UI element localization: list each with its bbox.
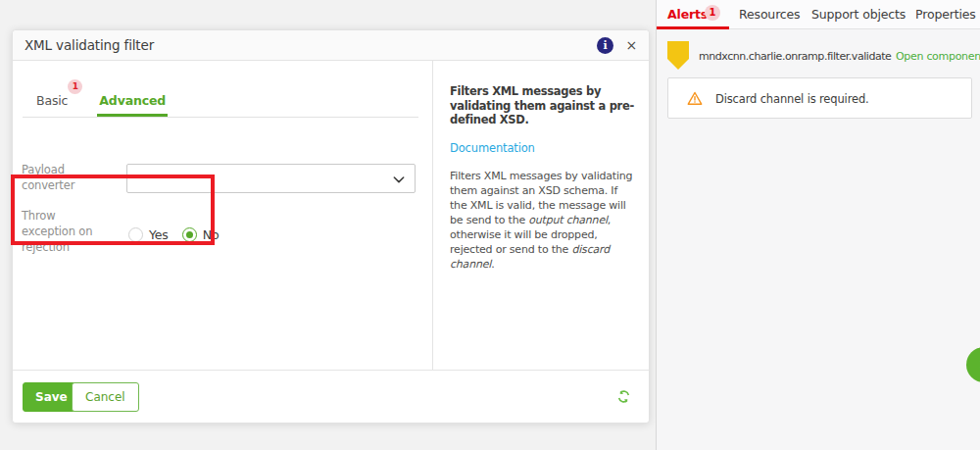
radio-no-circle[interactable] — [182, 227, 197, 242]
right-panel-tabs: Alerts 1 Resources Support objects Prope… — [657, 0, 980, 29]
tab-alerts[interactable]: Alerts — [667, 7, 708, 22]
description-body: Filters XML messages by validating them … — [450, 169, 637, 272]
component-name: mndxcnn.charlie.onramp.filter.validate — [699, 50, 891, 63]
description-italic-1: output channel — [528, 214, 608, 226]
close-icon[interactable]: × — [625, 36, 637, 54]
dialog-footer: Save Cancel — [13, 370, 649, 423]
right-panel: Alerts 1 Resources Support objects Prope… — [656, 0, 980, 450]
description-pane: Filters XML messages by validating them … — [434, 61, 649, 370]
dialog-header: XML validating filter i × — [13, 30, 649, 61]
tab-resources[interactable]: Resources — [739, 7, 801, 22]
dialog-body: Basic 1 Advanced Payload converter Throw… — [13, 61, 649, 370]
payload-converter-label: Payload converter — [22, 162, 98, 193]
alert-message: Discard channel is required. — [715, 92, 869, 106]
tab-basic-label: Basic — [36, 93, 68, 108]
refresh-icon[interactable] — [616, 389, 631, 404]
open-component-link[interactable]: Open component — [896, 50, 980, 63]
documentation-link[interactable]: Documentation — [450, 141, 637, 155]
tab-advanced-label: Advanced — [99, 93, 166, 108]
radio-yes-circle[interactable] — [128, 227, 143, 242]
info-icon[interactable]: i — [597, 37, 613, 54]
radio-yes[interactable]: Yes — [128, 227, 169, 242]
form-pane: Basic 1 Advanced Payload converter Throw… — [13, 61, 433, 370]
dialog-tabs: Basic 1 Advanced — [23, 82, 418, 118]
tab-basic[interactable]: Basic 1 — [34, 93, 70, 117]
tab-properties[interactable]: Properties — [915, 7, 976, 22]
throw-exception-radio-group: Yes No — [128, 227, 219, 242]
cancel-button[interactable]: Cancel — [72, 382, 139, 412]
radio-no-label: No — [203, 227, 220, 242]
description-text-3: . — [491, 258, 494, 271]
tab-basic-badge: 1 — [68, 79, 82, 94]
warning-triangle-icon — [686, 90, 704, 111]
tab-support-objects[interactable]: Support objects — [811, 7, 906, 22]
throw-exception-label: Throw exception on rejection — [22, 208, 104, 255]
xml-validating-filter-dialog: XML validating filter i × Basic 1 Advanc… — [12, 29, 650, 424]
radio-yes-label: Yes — [149, 227, 169, 242]
description-heading: Filters XML messages by validating them … — [450, 84, 637, 127]
alert-card: Discard channel is required. — [667, 77, 972, 119]
shield-icon — [667, 41, 689, 70]
radio-no[interactable]: No — [182, 227, 220, 242]
alerts-count-badge: 1 — [705, 5, 720, 21]
tab-advanced[interactable]: Advanced — [97, 93, 168, 117]
dialog-title: XML validating filter — [24, 37, 154, 53]
chevron-down-icon — [391, 172, 407, 191]
payload-converter-select[interactable] — [126, 164, 416, 193]
alerts-tab-underline — [657, 26, 729, 29]
